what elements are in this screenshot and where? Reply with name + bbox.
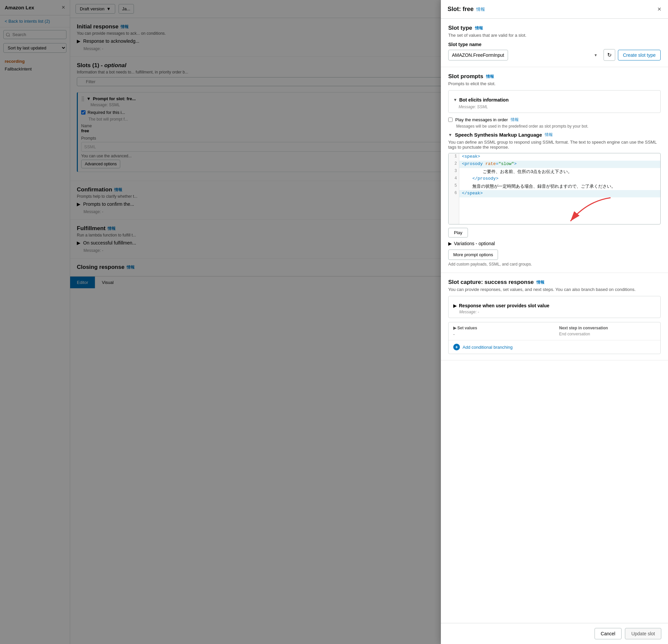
ssml-desc: You can define an SSML group to respond … [448,140,661,150]
slot-type-title: Slot type 情報 [448,25,661,31]
code-line-2: 2 <prosody rate="slow"> [449,161,660,168]
slot-prompts-section: Slot prompts 情報 Prompts to elicit the sl… [441,67,668,273]
ssml-info[interactable]: 情報 [545,132,553,138]
code-editor[interactable]: 1 <speak> 2 <prosody rate="slow"> 3 ご要件、… [448,153,661,224]
red-arrow-icon [560,191,621,231]
next-step-cell: Next step in conversation End conversati… [555,322,660,340]
play-order-desc: Messages will be used in the predefined … [456,124,661,129]
variations-row[interactable]: ▶ Variations - optional [448,238,661,250]
code-line-6: 6 </speak> [449,190,660,197]
play-button[interactable]: Play [448,228,468,238]
slot-type-select[interactable]: AMAZON.FreeFormInput [448,50,508,60]
slot-capture-section: Slot capture: success response 情報 You ca… [441,273,668,360]
variations-label: Variations - optional [454,241,495,246]
code-editor-empty [449,197,660,224]
response-block: ▶ Response when user provides slot value… [448,296,661,318]
response-sub: Message: - [459,310,656,314]
modal-title-info[interactable]: 情報 [476,6,485,12]
modal-close-button[interactable]: × [657,5,661,13]
bot-elicits-sub: Message: SSML [459,105,656,109]
update-slot-button[interactable]: Update slot [625,628,661,639]
add-branch-row[interactable]: + Add conditional branching [449,340,660,354]
slot-prompts-info[interactable]: 情報 [486,74,494,79]
capture-title: Slot capture: success response 情報 [448,279,661,286]
ssml-title: Speech Synthesis Markup Language [455,132,542,138]
modal-backdrop: Slot: free 情報 × Slot type 情報 The set of … [0,0,668,644]
set-values-value: - [453,332,550,337]
next-step-value: End conversation [559,332,656,336]
modal-footer: Cancel Update slot [441,623,668,644]
modal-body: Slot type 情報 The set of values that are … [441,19,668,623]
slot-type-section: Slot type 情報 The set of values that are … [441,19,668,67]
modal-title: Slot: free 情報 [447,6,485,13]
slot-prompts-desc: Prompts to elicit the slot. [448,81,661,86]
set-values-cell: ▶ Set values - [449,322,555,340]
next-step-header: Next step in conversation [559,326,656,330]
more-prompt-options-button[interactable]: More prompt options [448,250,498,260]
add-branch-icon: + [453,344,460,350]
ssml-collapse-arrow: ▼ [448,133,452,137]
table-row-set-values: ▶ Set values - Next step in conversation… [449,322,660,340]
response-row[interactable]: ▶ Response when user provides slot value [453,300,656,310]
code-line-4: 4 </prosody> [449,175,660,183]
slot-type-row: AMAZON.FreeFormInput ↻ Create slot type [448,49,661,61]
code-line-5: 5 無音の状態が一定時間ある場合、録音が切れますので、ご了承ください。 [449,183,660,190]
ssml-container: ▼ Speech Synthesis Markup Language 情報 Yo… [448,132,661,238]
values-table: ▶ Set values - Next step in conversation… [448,322,661,354]
play-order-container: Play the messages in order 情報 Messages w… [448,117,661,129]
code-line-3: 3 ご要件、お名前、住所の3点をお伝え下さい。 [449,168,660,175]
set-values-expand: ▶ [453,326,457,330]
variations-expand-icon: ▶ [448,241,452,246]
play-order-label: Play the messages in order 情報 [448,117,661,123]
set-values-header: ▶ Set values [453,326,550,330]
modal-header: Slot: free 情報 × [441,0,668,19]
bot-elicits-arrow: ▼ [453,98,457,102]
bot-elicits-block: ▼ Bot elicits information Message: SSML [448,90,661,113]
bot-elicits-title: Bot elicits information [459,97,509,103]
slot-prompts-title: Slot prompts 情報 [448,73,661,80]
create-slot-type-button[interactable]: Create slot type [618,50,661,60]
slot-type-name-label: Slot type name [448,42,661,47]
slot-type-select-wrap: AMAZON.FreeFormInput [448,50,601,60]
slot-type-desc: The set of values that are valid for a s… [448,33,661,38]
bot-elicits-header[interactable]: ▼ Bot elicits information [453,94,656,105]
code-line-1: 1 <speak> [449,153,660,161]
capture-desc: You can provide responses, set values, a… [448,287,661,292]
refresh-button[interactable]: ↻ [604,49,615,61]
capture-info[interactable]: 情報 [536,280,544,285]
slot-type-info[interactable]: 情報 [475,25,483,31]
more-prompt-desc: Add custom payloads, SSML, and card grou… [448,262,661,267]
play-order-checkbox[interactable] [448,118,453,122]
add-branch-label: Add conditional branching [462,345,513,350]
play-order-info[interactable]: 情報 [511,117,519,123]
slot-modal: Slot: free 情報 × Slot type 情報 The set of … [441,0,668,644]
response-title: Response when user provides slot value [459,303,549,308]
response-expand-icon: ▶ [453,303,457,308]
refresh-icon: ↻ [607,52,611,58]
cancel-button[interactable]: Cancel [594,628,622,639]
ssml-header: ▼ Speech Synthesis Markup Language 情報 [448,132,661,138]
